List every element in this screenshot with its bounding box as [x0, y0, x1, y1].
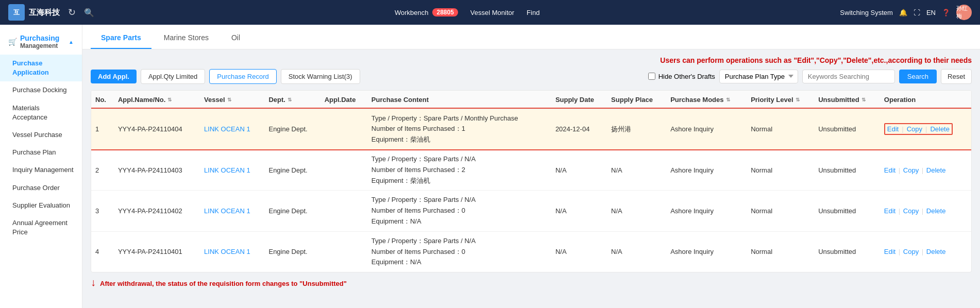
stock-warning-button[interactable]: Stock Warning List(3): [281, 69, 360, 84]
nav-search-icon[interactable]: 🔍: [84, 8, 94, 18]
keywords-search-input[interactable]: [802, 70, 895, 83]
action-copy-link[interactable]: Copy: [907, 125, 922, 133]
sort-icon-dept[interactable]: ⇅: [288, 97, 292, 102]
col-header-purchase-content: Purchase Content: [367, 91, 551, 109]
switching-system-link[interactable]: Switching System: [840, 9, 893, 16]
cell-dept: Engine Dept.: [264, 149, 320, 190]
cell-purchase-modes: Ashore Inquiry: [666, 109, 747, 149]
reset-button[interactable]: Reset: [941, 69, 972, 84]
cell-no: 2: [91, 149, 114, 190]
annotation-bottom: After withdrawal, the status of the requ…: [100, 280, 347, 287]
vessel-monitor-link[interactable]: Vessel Monitor: [470, 9, 514, 16]
cell-supply-date: N/A: [551, 191, 607, 231]
table-row: 4YYY4-PA-P24110401LINK OCEAN 1Engine Dep…: [91, 231, 971, 272]
sidebar-item-supplier-evaluation[interactable]: Supplier Evaluation: [0, 197, 82, 214]
toolbar: Add Appl. Appl.Qty Limited Purchase Reco…: [91, 69, 972, 84]
table-header: No.Appl.Name/No.⇅Vessel⇅Dept.⇅Appl.DateP…: [91, 91, 971, 109]
avatar[interactable]: 孙红梅: [956, 5, 972, 20]
action-separator: |: [920, 248, 925, 255]
cell-operation: Edit | Copy | Delete: [880, 231, 971, 272]
cell-appl-name-no: YYY4-PA-P24110401: [114, 231, 200, 272]
lang-selector[interactable]: EN: [926, 9, 936, 16]
action-edit-link[interactable]: Edit: [884, 207, 895, 215]
sidebar-item-materials-acceptance[interactable]: Materials Acceptance: [0, 99, 82, 126]
action-copy-link[interactable]: Copy: [903, 248, 919, 255]
cell-appl-date: [320, 109, 367, 149]
sort-icon-status[interactable]: ⇅: [861, 97, 866, 102]
arrow-down-icon: ↓: [91, 277, 96, 288]
help-icon[interactable]: ❓: [942, 9, 950, 16]
sidebar-group-header[interactable]: 🛒 Purchasing Management ▲: [0, 29, 82, 55]
col-header-operation: Operation: [880, 91, 971, 109]
sidebar-item-inquiry-management[interactable]: Inquiry Management: [0, 161, 82, 179]
col-header-dept[interactable]: Dept.⇅: [264, 91, 320, 109]
action-separator: |: [897, 248, 902, 255]
cell-vessel: LINK OCEAN 1: [200, 231, 264, 272]
cell-appl-name-no: YYY4-PA-P24110403: [114, 149, 200, 190]
sidebar-item-purchase-plan[interactable]: Purchase Plan: [0, 144, 82, 161]
col-header-status[interactable]: Unsubmitted⇅: [814, 91, 880, 109]
cell-no: 4: [91, 231, 114, 272]
sidebar-purchasing-group: 🛒 Purchasing Management ▲ Purchase Appli…: [0, 29, 82, 241]
sidebar-item-purchase-docking[interactable]: Purchase Docking: [0, 81, 82, 99]
cell-appl-date: [320, 191, 367, 231]
tab-spare-parts[interactable]: Spare Parts: [91, 27, 151, 49]
workbench-link[interactable]: Workbench 28805: [395, 8, 458, 16]
col-header-priority-level[interactable]: Priority Level⇅: [747, 91, 814, 109]
cart-icon: 🛒: [8, 38, 17, 46]
col-header-vessel[interactable]: Vessel⇅: [200, 91, 264, 109]
cell-appl-date: [320, 149, 367, 190]
sort-icon-purchase-modes[interactable]: ⇅: [726, 97, 730, 102]
top-nav: 互 互海科技 ↻ 🔍 Workbench 28805 Vessel Monito…: [0, 0, 980, 25]
table-body: 1YYY4-PA-P24110404LINK OCEAN 1Engine Dep…: [91, 109, 971, 272]
sidebar-item-purchase-order[interactable]: Purchase Order: [0, 179, 82, 197]
cell-priority-level: Normal: [747, 109, 814, 149]
sort-icon-appl-name-no[interactable]: ⇅: [167, 97, 172, 102]
cell-supply-date: N/A: [551, 231, 607, 272]
appl-qty-limited-button[interactable]: Appl.Qty Limited: [141, 69, 205, 84]
sort-icon-vessel[interactable]: ⇅: [227, 97, 231, 102]
table-row: 1YYY4-PA-P24110404LINK OCEAN 1Engine Dep…: [91, 109, 971, 149]
cell-operation: Edit | Copy | Delete: [880, 191, 971, 231]
action-copy-link[interactable]: Copy: [903, 166, 919, 174]
search-button[interactable]: Search: [899, 70, 937, 83]
action-delete-link[interactable]: Delete: [930, 125, 950, 133]
tabs-container: Spare PartsMarine StoresOil: [91, 27, 252, 49]
cell-purchase-content: Type / Property：Spare Parts / Monthly Pu…: [367, 109, 551, 149]
sidebar-item-vessel-purchase[interactable]: Vessel Purchase: [0, 126, 82, 144]
bell-icon[interactable]: 🔔: [899, 9, 907, 16]
purchase-record-button[interactable]: Purchase Record: [209, 69, 276, 84]
tab-oil[interactable]: Oil: [221, 27, 250, 49]
fullscreen-icon[interactable]: ⛶: [914, 9, 920, 16]
nav-center: Workbench 28805 Vessel Monitor Find: [395, 8, 539, 16]
sort-icon-priority-level[interactable]: ⇅: [796, 97, 800, 102]
action-edit-link[interactable]: Edit: [884, 248, 895, 255]
logo-icon: 互: [8, 4, 25, 21]
action-delete-link[interactable]: Delete: [926, 166, 946, 174]
cell-no: 3: [91, 191, 114, 231]
content-area: Users can perform operations such as "Ed…: [82, 49, 980, 308]
action-edit-link[interactable]: Edit: [884, 166, 895, 174]
col-header-supply-place: Supply Place: [607, 91, 666, 109]
add-appl-button[interactable]: Add Appl.: [91, 70, 137, 83]
sidebar-item-purchase-application[interactable]: Purchase Application: [0, 55, 82, 81]
cell-supply-place: N/A: [607, 231, 666, 272]
find-link[interactable]: Find: [527, 9, 539, 16]
data-table-wrap: No.Appl.Name/No.⇅Vessel⇅Dept.⇅Appl.DateP…: [91, 90, 972, 273]
cell-purchase-content: Type / Property：Spare Parts / N/ANumber …: [367, 191, 551, 231]
action-edit-link[interactable]: Edit: [887, 125, 899, 133]
sidebar-item-annual-agreement-price[interactable]: Annual Agreement Price: [0, 214, 82, 241]
main-layout: 🛒 Purchasing Management ▲ Purchase Appli…: [0, 25, 980, 308]
cell-purchase-modes: Ashore Inquiry: [666, 231, 747, 272]
hide-others-drafts-checkbox[interactable]: [648, 73, 655, 80]
action-delete-link[interactable]: Delete: [926, 248, 946, 255]
nav-refresh-icon[interactable]: ↻: [68, 7, 76, 18]
cell-appl-name-no: YYY4-PA-P24110402: [114, 191, 200, 231]
purchase-plan-type-select[interactable]: Purchase Plan Type: [719, 70, 798, 83]
annotation-top: Users can perform operations such as "Ed…: [91, 56, 972, 66]
action-copy-link[interactable]: Copy: [903, 207, 919, 215]
action-delete-link[interactable]: Delete: [926, 207, 946, 215]
col-header-purchase-modes[interactable]: Purchase Modes⇅: [666, 91, 747, 109]
col-header-appl-name-no[interactable]: Appl.Name/No.⇅: [114, 91, 200, 109]
tab-marine-stores[interactable]: Marine Stores: [154, 27, 219, 49]
